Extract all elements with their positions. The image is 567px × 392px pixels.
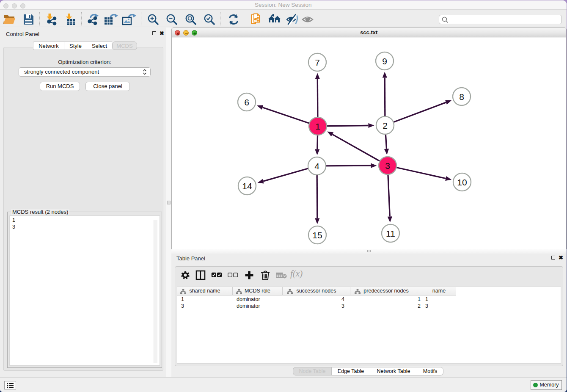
svg-text:3: 3 (385, 161, 390, 171)
svg-text:10: 10 (457, 177, 467, 187)
svg-text:14: 14 (242, 181, 252, 191)
svg-text:15: 15 (312, 230, 322, 240)
svg-text:6: 6 (244, 97, 249, 107)
svg-text:2: 2 (383, 121, 388, 130)
svg-text:7: 7 (315, 58, 320, 67)
svg-text:1: 1 (315, 121, 320, 131)
svg-text:9: 9 (382, 56, 387, 66)
svg-text:8: 8 (459, 92, 464, 102)
svg-text:4: 4 (314, 161, 319, 171)
svg-text:11: 11 (386, 229, 395, 238)
